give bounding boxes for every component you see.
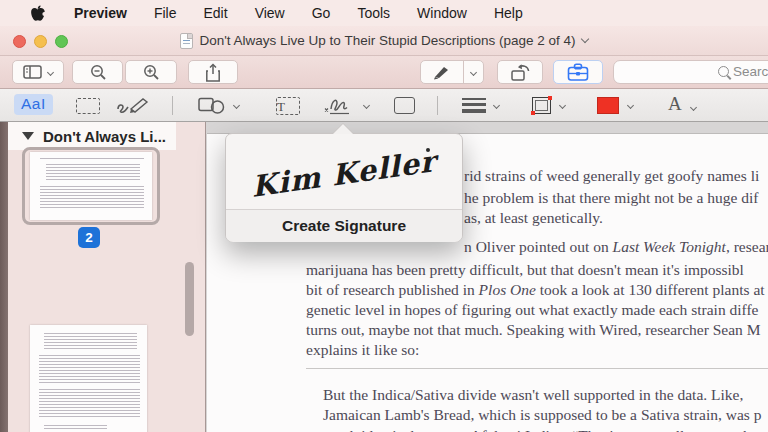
apple-menu-icon[interactable] [30, 5, 45, 22]
line-weight-button[interactable] [462, 98, 499, 113]
minimize-button[interactable] [34, 35, 47, 48]
chevron-down-icon [493, 102, 500, 109]
document-text-line: explains it like so: [306, 341, 419, 359]
text-style-button[interactable]: AaI [14, 94, 53, 115]
create-signature-button[interactable]: Create Signature [226, 210, 462, 242]
sketch-icon [116, 96, 150, 115]
disclosure-triangle-icon[interactable] [22, 132, 34, 140]
menu-item-file[interactable]: File [154, 5, 177, 21]
note-button[interactable] [394, 97, 415, 114]
border-color-icon [532, 97, 551, 114]
line-weight-icon [462, 98, 486, 113]
chevron-down-icon [47, 68, 54, 75]
chevron-down-icon [559, 102, 566, 109]
document-text-line: turns out, maybe not that much. Speaking… [306, 321, 761, 339]
document-text-line: as, at least genetically. [464, 209, 603, 227]
sidebar-document-group[interactable]: Don't Always Li... [8, 122, 176, 150]
document-text-line: Jamaican Lamb's Bread, which is supposed… [323, 406, 761, 424]
border-color-button[interactable] [532, 97, 565, 114]
search-placeholder: Search [733, 64, 768, 79]
sidebar-toggle-button[interactable] [12, 60, 64, 84]
signature-icon [322, 95, 356, 116]
zoom-out-button[interactable] [72, 60, 123, 84]
saved-signature-item[interactable]: Kim Keller [226, 134, 462, 209]
menu-item-edit[interactable]: Edit [204, 5, 228, 21]
document-text-line: marijuana has been pretty difficult, but… [306, 261, 744, 279]
sidebar-document-title: Don't Always Li... [43, 128, 166, 145]
toolbox-icon [567, 63, 589, 81]
page-thumbnail-current[interactable] [30, 152, 152, 220]
signature-text: Kim Keller [251, 144, 437, 204]
shapes-icon [198, 97, 226, 114]
close-button[interactable] [13, 35, 26, 48]
zoom-in-button[interactable] [125, 60, 177, 84]
page-number-badge: 2 [78, 227, 100, 248]
thumbnail-sidebar: Don't Always Li... 2 [8, 122, 205, 432]
document-text-line: But the Indica/Sativa divide wasn't well… [323, 386, 743, 404]
document-icon [180, 33, 193, 49]
chevron-down-icon [690, 103, 697, 110]
desktop-edge [0, 122, 8, 432]
window-controls [13, 35, 68, 48]
chevron-down-icon [363, 102, 370, 109]
menu-item-window[interactable]: Window [417, 5, 467, 21]
document-text-line: rid strains of weed generally get goofy … [464, 167, 759, 185]
screen: Preview File Edit View Go Tools Window H… [0, 0, 768, 432]
markup-toolbar: AaI T [0, 89, 768, 122]
sign-button[interactable] [322, 95, 369, 116]
markup-pen-button[interactable] [420, 60, 484, 84]
signature-popover: Kim Keller Create Signature [225, 133, 463, 242]
markup-toolbox-button[interactable] [553, 60, 603, 84]
menu-bar: Preview File Edit View Go Tools Window H… [0, 0, 768, 26]
fill-color-button[interactable] [597, 97, 633, 114]
title-chevron-down-icon[interactable] [580, 35, 588, 43]
zoom-out-icon [89, 63, 107, 81]
fill-color-icon [597, 97, 619, 114]
title-bar: Don't Always Live Up to Their Stupid Des… [0, 26, 768, 56]
rectangular-selection-button[interactable] [76, 98, 100, 114]
document-text-line: bit of research published in Plos One to… [306, 281, 765, 299]
chevron-down-icon [233, 102, 240, 109]
menu-item-preview[interactable]: Preview [74, 5, 127, 21]
marker-pen-icon [432, 64, 452, 80]
page-thumbnail-next[interactable] [30, 325, 147, 432]
window-title: Don't Always Live Up to Their Stupid Des… [199, 33, 575, 48]
blockquote-divider [306, 368, 768, 369]
toolbar-divider [172, 96, 173, 115]
zoom-window-button[interactable] [55, 35, 68, 48]
signature-pen-dot [426, 148, 430, 152]
document-text-line: he problem is that there might not be a … [464, 189, 758, 207]
text-box-button[interactable]: T [276, 97, 300, 115]
share-button[interactable] [188, 60, 238, 84]
document-text-line: n Oliver pointed out on Last Week Tonigh… [464, 238, 768, 256]
menu-item-go[interactable]: Go [312, 5, 331, 21]
sketch-button[interactable] [116, 96, 150, 115]
toolbar: Search [0, 56, 768, 89]
sidebar-icon [23, 65, 42, 79]
menu-item-view[interactable]: View [255, 5, 285, 21]
document-text-line: genetic level in hopes of figuring out w… [306, 301, 759, 319]
shapes-button[interactable] [198, 97, 239, 114]
search-input[interactable]: Search [613, 60, 768, 84]
toolbar-divider [437, 96, 438, 115]
menu-item-help[interactable]: Help [494, 5, 523, 21]
popover-arrow [333, 124, 353, 134]
share-icon [205, 63, 221, 82]
sidebar-scrollbar[interactable] [185, 262, 194, 336]
text-format-button[interactable]: A [668, 93, 696, 115]
font-icon: A [668, 93, 682, 115]
search-icon [718, 66, 729, 77]
document-text-line: much identical to some Afghani Indica. “… [323, 427, 759, 432]
rotate-left-icon [509, 63, 531, 82]
rotate-left-button[interactable] [497, 60, 543, 84]
zoom-in-icon [142, 63, 160, 81]
markup-pen-chevron[interactable] [464, 70, 483, 75]
chevron-down-icon [627, 102, 634, 109]
menu-item-tools[interactable]: Tools [357, 5, 390, 21]
